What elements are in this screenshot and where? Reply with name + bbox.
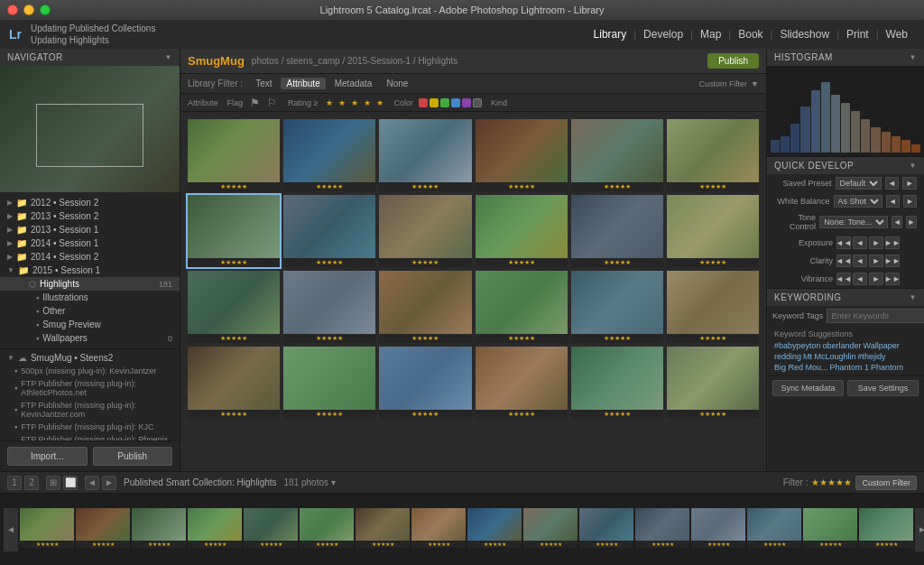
photo-cell-0[interactable]: ★★★★★	[188, 119, 280, 191]
photo-cell-7[interactable]: ★★★★★	[283, 195, 375, 267]
navigator-collapse-arrow[interactable]: ▼	[165, 53, 172, 61]
photo-cell-15[interactable]: ★★★★★	[476, 271, 568, 343]
photo-cell-21[interactable]: ★★★★★	[476, 347, 568, 419]
filter-dropdown-icon[interactable]: ▼	[751, 79, 759, 88]
collection-smug-preview[interactable]: ▪ Smug Preview	[0, 318, 180, 331]
photo-cell-18[interactable]: ★★★★★	[188, 347, 280, 419]
page-2-button[interactable]: 2	[24, 476, 39, 490]
filter-tab-metadata[interactable]: Metadata	[329, 78, 378, 89]
filmstrip-thumb-12[interactable]: ★★★★★	[691, 508, 745, 551]
color-yellow[interactable]	[430, 98, 439, 107]
nav-print[interactable]: Print	[839, 28, 876, 41]
flag-icon[interactable]: ⚑	[250, 97, 260, 109]
collection-group-2013a[interactable]: ▶ 📁 2013 • Session 2	[0, 209, 180, 223]
clarity-inc[interactable]: ►	[869, 255, 883, 267]
flag-reject-icon[interactable]: ⚐	[267, 97, 277, 109]
filmstrip-thumb-6[interactable]: ★★★★★	[356, 508, 410, 551]
nav-web[interactable]: Web	[879, 28, 915, 41]
photo-cell-13[interactable]: ★★★★★	[283, 271, 375, 343]
filmstrip-thumb-10[interactable]: ★★★★★	[579, 508, 633, 551]
navigator-header[interactable]: Navigator ▼	[0, 49, 180, 66]
color-blue[interactable]	[451, 98, 460, 107]
next-photo-button[interactable]: ►	[102, 476, 116, 490]
saved-preset-select[interactable]: Default	[836, 177, 882, 190]
photo-cell-11[interactable]: ★★★★★	[667, 195, 759, 267]
filmstrip-thumb-11[interactable]: ★★★★★	[635, 508, 689, 551]
star-filter-3[interactable]: ★	[351, 98, 358, 107]
grid-view-button[interactable]: ⊞	[46, 476, 60, 490]
page-1-button[interactable]: 1	[7, 476, 22, 490]
tone-next[interactable]: ►	[906, 216, 917, 228]
clarity-dec-large[interactable]: ◄◄	[836, 255, 851, 267]
close-button[interactable]	[7, 5, 18, 15]
collection-illustrations[interactable]: ▪ Illustrations	[0, 291, 180, 304]
photo-cell-5[interactable]: ★★★★★	[667, 119, 759, 191]
minimize-button[interactable]	[23, 5, 34, 15]
photo-cell-1[interactable]: ★★★★★	[283, 119, 375, 191]
publisher-500px[interactable]: ▪ 500px (missing plug-in): KevinJantzer	[0, 365, 180, 377]
white-balance-select[interactable]: As Shot	[834, 195, 882, 208]
star-filter-1[interactable]: ★	[326, 98, 333, 107]
collection-wallpapers[interactable]: ▪ Wallpapers 0	[0, 331, 180, 345]
star-filter-4[interactable]: ★	[364, 98, 371, 107]
photo-cell-23[interactable]: ★★★★★	[667, 347, 759, 419]
wb-next[interactable]: ►	[903, 195, 917, 208]
tone-prev[interactable]: ◄	[892, 216, 902, 228]
prev-photo-button[interactable]: ◄	[85, 476, 99, 490]
color-red[interactable]	[419, 98, 428, 107]
suggestion-6[interactable]: Big Red Mou...	[774, 363, 828, 372]
suggestion-2[interactable]: Wallpaper	[864, 341, 900, 350]
wb-prev[interactable]: ◄	[886, 195, 900, 208]
filmstrip-thumb-0[interactable]: ★★★★★	[20, 508, 74, 551]
filmstrip-next[interactable]: ►	[915, 508, 924, 551]
color-purple[interactable]	[462, 98, 471, 107]
smugmug-steens2-section[interactable]: ▼ ☁ SmugMug • Steens2	[0, 348, 180, 365]
status-star-filter[interactable]: ★★★★★	[811, 477, 852, 487]
photo-cell-6[interactable]: ★★★★★	[188, 195, 280, 267]
exposure-dec[interactable]: ◄	[853, 236, 867, 249]
filmstrip-thumb-2[interactable]: ★★★★★	[132, 508, 186, 551]
exposure-dec-large[interactable]: ◄◄	[836, 236, 851, 249]
suggestion-5[interactable]: #thejidy	[858, 352, 886, 361]
photo-cell-9[interactable]: ★★★★★	[476, 195, 568, 267]
nav-library[interactable]: Library	[587, 28, 634, 41]
keywording-header[interactable]: Keywording ▼	[767, 289, 924, 306]
filter-tab-text[interactable]: Text	[250, 78, 277, 89]
photo-cell-20[interactable]: ★★★★★	[379, 347, 471, 419]
smugmug-publish-button[interactable]: Publish	[707, 53, 759, 69]
suggestion-1[interactable]: oberlander	[823, 341, 862, 350]
maximize-button[interactable]	[40, 5, 51, 15]
filmstrip-thumb-15[interactable]: ★★★★★	[859, 508, 913, 551]
color-green[interactable]	[440, 98, 449, 107]
publisher-ftp-phoenix[interactable]: ▪ FTP Publisher (missing plug-in): Phoen…	[0, 433, 180, 440]
photo-cell-17[interactable]: ★★★★★	[667, 271, 759, 343]
photo-cell-14[interactable]: ★★★★★	[379, 271, 471, 343]
suggestion-3[interactable]: redding	[774, 352, 801, 361]
collection-group-2013b[interactable]: ▶ 📁 2013 • Session 1	[0, 223, 180, 236]
vibrance-inc[interactable]: ►	[869, 273, 883, 285]
histogram-collapse-arrow[interactable]: ▼	[910, 53, 917, 61]
photo-cell-4[interactable]: ★★★★★	[571, 119, 663, 191]
loupe-view-button[interactable]: ⬜	[63, 476, 78, 490]
quick-develop-collapse-arrow[interactable]: ▼	[910, 162, 917, 170]
filmstrip-thumb-14[interactable]: ★★★★★	[803, 508, 857, 551]
saved-preset-next[interactable]: ►	[902, 177, 917, 190]
keyword-tags-input[interactable]	[827, 309, 924, 323]
photo-cell-22[interactable]: ★★★★★	[571, 347, 663, 419]
star-filter-2[interactable]: ★	[338, 98, 346, 107]
suggestion-4[interactable]: Mt McLoughlin	[803, 352, 856, 361]
quick-develop-header[interactable]: Quick Develop ▼	[767, 157, 924, 174]
photo-cell-8[interactable]: ★★★★★	[379, 195, 471, 267]
exposure-inc[interactable]: ►	[869, 236, 883, 249]
filmstrip-thumb-5[interactable]: ★★★★★	[300, 508, 354, 551]
photo-cell-2[interactable]: ★★★★★	[379, 119, 471, 191]
nav-develop[interactable]: Develop	[636, 28, 690, 41]
filter-tab-none[interactable]: None	[381, 78, 413, 89]
clarity-inc-large[interactable]: ►►	[885, 255, 900, 267]
photo-cell-12[interactable]: ★★★★★	[188, 271, 280, 343]
publish-button[interactable]: Publish	[93, 447, 173, 466]
vibrance-inc-large[interactable]: ►►	[885, 273, 900, 285]
exposure-inc-large[interactable]: ►►	[885, 236, 900, 249]
filmstrip-thumb-4[interactable]: ★★★★★	[244, 508, 298, 551]
star-filter-5[interactable]: ★	[376, 98, 383, 107]
